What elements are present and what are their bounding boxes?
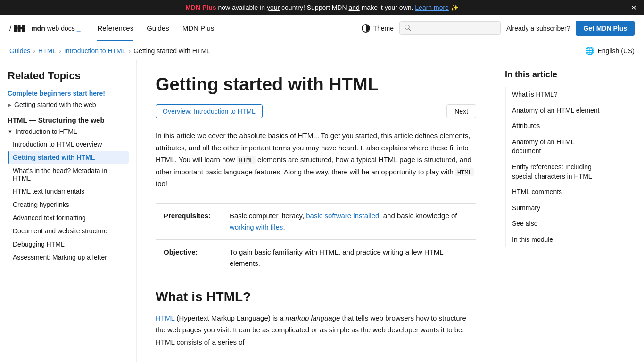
- sidebar-item-link[interactable]: Introduction to HTML overview: [8, 138, 129, 150]
- list-item: What's in the head? Metadata in HTML: [8, 165, 129, 184]
- search-button[interactable]: [399, 21, 501, 35]
- sidebar-item-link[interactable]: Debugging HTML: [8, 238, 129, 250]
- basic-software-link[interactable]: basic software installed: [306, 212, 379, 220]
- prereq-label: Prerequisites:: [156, 203, 222, 239]
- logo-slash: /: [9, 24, 11, 32]
- sidebar-item-link[interactable]: Assessment: Marking up a letter: [8, 251, 129, 263]
- article-title: Getting started with HTML: [156, 74, 476, 95]
- section1-title: What is HTML?: [156, 289, 476, 304]
- banner-sparkle: ✨: [451, 4, 459, 11]
- breadcrumb-current: Getting started with HTML: [133, 47, 210, 55]
- intro-group-label: Introduction to HTML: [16, 128, 77, 135]
- banner-and: and: [348, 4, 359, 11]
- toc-item-link[interactable]: HTML comments: [506, 185, 608, 200]
- toc-item-link[interactable]: Anatomy of an HTML document: [506, 135, 608, 159]
- subscriber-link[interactable]: Already a subscriber?: [506, 25, 570, 32]
- html-section-heading: HTML — Structuring the web: [8, 116, 129, 124]
- theme-icon: [362, 24, 370, 33]
- sidebar-item-link[interactable]: Creating hyperlinks: [8, 198, 129, 211]
- objective-content: To gain basic familiarity with HTML, and…: [222, 239, 476, 276]
- breadcrumb-sep2: ›: [59, 47, 61, 55]
- banner-text-middle: now available in: [218, 4, 267, 11]
- theme-button[interactable]: Theme: [362, 24, 394, 33]
- breadcrumb-guides[interactable]: Guides: [9, 47, 30, 55]
- search-icon: [404, 24, 411, 33]
- left-sidebar: Related Topics Complete beginners start …: [0, 60, 137, 362]
- list-item: Introduction to HTML overview: [8, 138, 129, 150]
- toc-item-link[interactable]: Entity references: Including special cha…: [506, 160, 608, 184]
- toc-item-link[interactable]: Attributes: [506, 119, 608, 134]
- toc-item-link[interactable]: See also: [506, 216, 608, 231]
- list-item: Document and website structure: [8, 225, 129, 237]
- next-button[interactable]: Next: [446, 104, 476, 118]
- main-nav: / mdn web docs _ References Guides MDN P…: [0, 15, 644, 41]
- logo-mdn-text: [13, 23, 29, 34]
- intro-arrow: ▼: [8, 129, 13, 134]
- svg-rect-2: [22, 24, 25, 32]
- mdn-plus-label: MDN Plus: [185, 4, 216, 11]
- toc-item-link[interactable]: In this module: [506, 232, 608, 247]
- sidebar-items-list: Introduction to HTML overviewGetting sta…: [8, 138, 129, 263]
- objective-label: Objective:: [156, 239, 222, 276]
- section1-para: HTML (Hypertext Markup Language) is a ma…: [156, 312, 476, 348]
- banner-text-after-your: country! Support MDN: [281, 4, 348, 11]
- main-content: Getting started with HTML Overview: Intr…: [137, 60, 495, 362]
- globe-icon: 🌐: [585, 46, 594, 55]
- breadcrumb-html[interactable]: HTML: [38, 47, 56, 55]
- list-item: Attributes: [506, 119, 608, 134]
- get-mdn-button[interactable]: Get MDN Plus: [576, 21, 635, 36]
- nav-guides[interactable]: Guides: [141, 15, 175, 41]
- breadcrumb-sep1: ›: [33, 47, 35, 55]
- nav-links: References Guides MDN Plus: [91, 15, 362, 41]
- breadcrumb-intro-html[interactable]: Introduction to HTML: [64, 47, 126, 55]
- working-with-files-link[interactable]: working with files: [230, 223, 283, 231]
- prereq-table: Prerequisites: Basic computer literacy, …: [156, 203, 476, 276]
- banner-close-button[interactable]: ×: [631, 3, 636, 12]
- beginners-heading: Complete beginners start here!: [8, 90, 129, 97]
- banner-your: your: [267, 4, 280, 11]
- search-input[interactable]: [414, 25, 496, 32]
- sidebar-item-link[interactable]: Document and website structure: [8, 225, 129, 237]
- list-item: HTML comments: [506, 185, 608, 200]
- svg-line-6: [409, 29, 411, 31]
- svg-rect-4: [19, 27, 22, 29]
- list-item: Entity references: Including special cha…: [506, 160, 608, 184]
- top-banner: MDN Plus now available in your country! …: [0, 0, 644, 15]
- article-nav: Overview: Introduction to HTML Next: [156, 104, 476, 118]
- breadcrumb-sep3: ›: [129, 47, 131, 55]
- html-code2: HTML: [455, 168, 474, 176]
- related-topics-title: Related Topics: [8, 70, 129, 82]
- toc-item-link[interactable]: What is HTML?: [506, 87, 608, 102]
- html-code1: HTML: [237, 156, 256, 164]
- article-intro: In this article we cover the absolute ba…: [156, 130, 476, 190]
- overview-link[interactable]: Overview: Introduction to HTML: [156, 104, 263, 118]
- intro-group-expander[interactable]: ▼ Introduction to HTML: [8, 128, 129, 135]
- toc-list: What is HTML?Anatomy of an HTML elementA…: [505, 87, 608, 247]
- toc-item-link[interactable]: Anatomy of an HTML element: [506, 103, 608, 118]
- prereq-content: Basic computer literacy, basic software …: [222, 203, 476, 239]
- list-item: Creating hyperlinks: [8, 198, 129, 211]
- right-sidebar: In this article What is HTML?Anatomy of …: [495, 60, 618, 362]
- sidebar-item-link[interactable]: What's in the head? Metadata in HTML: [8, 165, 129, 184]
- sidebar-item-link[interactable]: HTML text fundamentals: [8, 185, 129, 197]
- beginners-collapsible[interactable]: ▶ Getting started with the web: [8, 101, 129, 108]
- logo-link[interactable]: / mdn web docs _: [9, 23, 80, 34]
- learn-more-link[interactable]: Learn more: [415, 4, 449, 11]
- html-anchor[interactable]: HTML: [156, 314, 174, 322]
- nav-references[interactable]: References: [91, 15, 139, 41]
- beginners-link-label: Getting started with the web: [14, 101, 96, 108]
- sidebar-item-link[interactable]: Getting started with HTML: [8, 151, 129, 164]
- list-item: Anatomy of an HTML document: [506, 135, 608, 159]
- language-label: English (US): [597, 47, 635, 55]
- list-item: What is HTML?: [506, 87, 608, 102]
- banner-text-end: make it your own.: [362, 4, 413, 11]
- breadcrumb-right: 🌐 English (US): [585, 46, 635, 55]
- sidebar-item-link[interactable]: Advanced text formatting: [8, 212, 129, 224]
- list-item: See also: [506, 216, 608, 231]
- toc-title: In this article: [505, 70, 608, 80]
- list-item: Summary: [506, 201, 608, 216]
- svg-rect-3: [16, 27, 18, 29]
- toc-item-link[interactable]: Summary: [506, 201, 608, 216]
- nav-mdn-plus[interactable]: MDN Plus: [177, 15, 220, 41]
- list-item: Debugging HTML: [8, 238, 129, 250]
